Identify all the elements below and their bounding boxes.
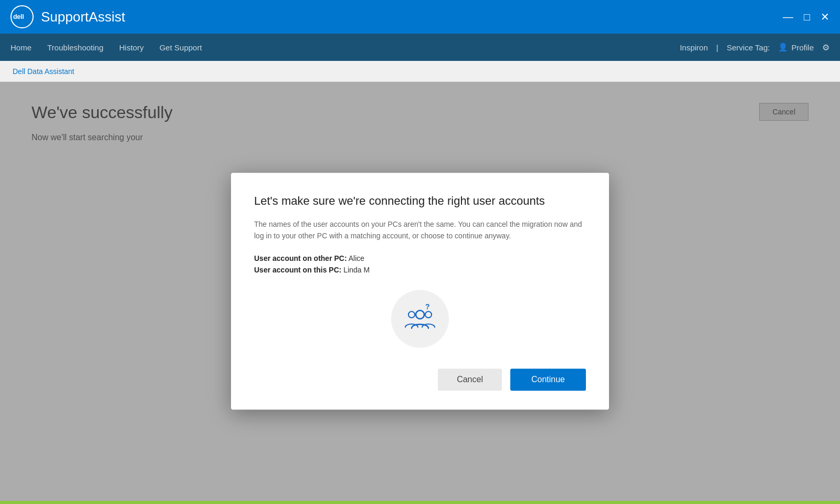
modal-cancel-button[interactable]: Cancel xyxy=(438,369,502,391)
svg-point-3 xyxy=(425,312,432,318)
nav-divider: | xyxy=(716,43,718,52)
svg-text:dell: dell xyxy=(13,13,24,20)
svg-point-2 xyxy=(408,312,415,318)
close-button[interactable]: ✕ xyxy=(821,12,830,22)
svg-point-1 xyxy=(416,311,424,319)
nav-right: Inspiron | Service Tag: 👤 Profile ⚙ xyxy=(680,43,830,52)
maximize-button[interactable]: □ xyxy=(804,12,810,22)
other-pc-account-label: User account on other PC: xyxy=(254,255,347,263)
icon-container: ? xyxy=(254,290,586,348)
breadcrumb: Dell Data Assistant xyxy=(13,67,75,76)
modal-continue-button[interactable]: Continue xyxy=(510,369,586,391)
nav-item-get-support[interactable]: Get Support xyxy=(160,41,202,54)
profile-label: Profile xyxy=(791,43,814,52)
users-group-icon: ? xyxy=(403,301,437,337)
user-account-info: User account on other PC: Alice User acc… xyxy=(254,255,586,275)
other-pc-account-line: User account on other PC: Alice xyxy=(254,255,586,263)
minimize-button[interactable]: — xyxy=(783,12,793,22)
modal-actions: Cancel Continue xyxy=(254,369,586,391)
bottom-accent-bar xyxy=(0,501,840,504)
this-pc-account-value: Linda M xyxy=(343,266,370,275)
profile-button[interactable]: 👤 Profile xyxy=(778,43,814,52)
device-model: Inspiron xyxy=(680,43,708,52)
this-pc-account-line: User account on this PC: Linda M xyxy=(254,266,586,275)
main-content: We've successfully Now we'll start searc… xyxy=(0,82,840,501)
breadcrumb-bar: Dell Data Assistant xyxy=(0,61,840,82)
profile-person-icon: 👤 xyxy=(778,43,788,52)
users-icon-circle: ? xyxy=(391,290,449,348)
title-bar-left: dell SupportAssist xyxy=(10,5,125,28)
settings-icon[interactable]: ⚙ xyxy=(822,43,830,52)
nav-bar: Home Troubleshooting History Get Support… xyxy=(0,34,840,61)
title-bar: dell SupportAssist — □ ✕ xyxy=(0,0,840,34)
app-title: SupportAssist xyxy=(41,9,125,25)
nav-item-history[interactable]: History xyxy=(119,41,144,54)
nav-item-home[interactable]: Home xyxy=(10,41,32,54)
nav-item-troubleshooting[interactable]: Troubleshooting xyxy=(47,41,103,54)
other-pc-account-value: Alice xyxy=(349,255,364,263)
dell-logo: dell xyxy=(10,5,34,28)
modal-title: Let's make sure we're connecting the rig… xyxy=(254,194,586,209)
modal-description: The names of the user accounts on your P… xyxy=(254,218,586,242)
nav-left: Home Troubleshooting History Get Support xyxy=(10,41,202,54)
modal-dialog: Let's make sure we're connecting the rig… xyxy=(231,173,609,410)
service-tag-label: Service Tag: xyxy=(727,43,770,52)
svg-text:?: ? xyxy=(425,303,430,311)
title-bar-controls: — □ ✕ xyxy=(783,12,830,22)
this-pc-account-label: User account on this PC: xyxy=(254,266,341,275)
